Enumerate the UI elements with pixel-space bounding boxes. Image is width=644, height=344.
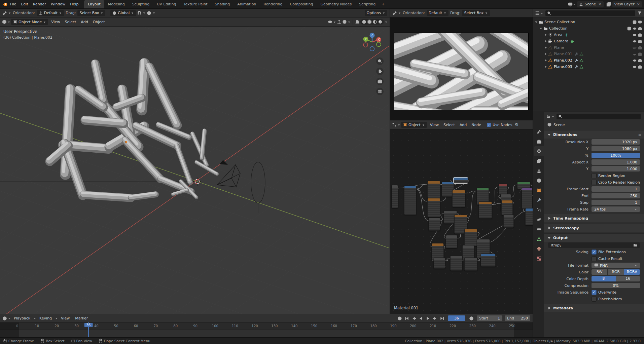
viewport-menu-select[interactable]: Select xyxy=(62,20,78,24)
section-dimensions[interactable]: Dimensions≡ xyxy=(544,130,644,139)
properties-search[interactable] xyxy=(557,114,641,119)
checkbox-render-region[interactable] xyxy=(592,173,597,178)
tab-sculpting[interactable]: Sculpting xyxy=(129,0,153,8)
expand-icon[interactable] xyxy=(539,27,543,30)
node-menu-select[interactable]: Select xyxy=(441,123,457,127)
node-canvas[interactable]: Material.001 xyxy=(390,129,533,314)
options-dropdown[interactable]: Options xyxy=(365,10,387,16)
shader-node[interactable] xyxy=(525,208,533,225)
eye-icon[interactable] xyxy=(633,65,637,69)
node-menu-add[interactable]: Add xyxy=(457,123,469,127)
editor-type-icon[interactable] xyxy=(392,122,397,127)
viewport-menu-add[interactable]: Add xyxy=(78,20,90,24)
tab-item[interactable]: + xyxy=(379,0,387,8)
outliner-row-plane-003[interactable]: Plane.003 xyxy=(533,64,644,70)
menu-marker[interactable]: Marker xyxy=(73,316,90,320)
eye-icon[interactable] xyxy=(633,33,637,37)
editor-type-caret-icon[interactable] xyxy=(551,115,554,118)
shader-node[interactable] xyxy=(404,186,416,215)
frame-start-field[interactable]: Start 1 xyxy=(477,315,502,321)
enum-option-rgba[interactable]: RGBA xyxy=(624,269,640,275)
menu-view[interactable]: View xyxy=(59,316,72,320)
outliner-row-plane-002[interactable]: Plane.002 xyxy=(533,57,644,64)
next-keyframe-button[interactable] xyxy=(432,315,438,321)
field-frame-start[interactable]: 1 xyxy=(592,186,640,192)
current-frame-field[interactable]: 36 xyxy=(448,315,465,321)
shading-rendered-icon[interactable] xyxy=(378,20,383,24)
field-resolution-x[interactable]: 1920 px xyxy=(592,139,640,145)
gizmos-icon[interactable] xyxy=(337,20,342,24)
section-metadata[interactable]: Metadata xyxy=(544,304,644,312)
screen-icon[interactable] xyxy=(638,20,642,24)
outliner-search[interactable] xyxy=(545,10,635,16)
shader-node[interactable] xyxy=(501,200,513,215)
tab-uv-editing[interactable]: UV Editing xyxy=(153,0,180,8)
editor-type-caret-icon[interactable] xyxy=(7,21,10,24)
topbar-menu-file[interactable]: File xyxy=(8,2,19,6)
active-tool-icon[interactable] xyxy=(392,11,397,15)
expand-icon[interactable] xyxy=(544,39,547,43)
shading-wireframe-icon[interactable] xyxy=(362,20,366,24)
topbar-menu-edit[interactable]: Edit xyxy=(19,2,30,6)
properties-tab-material[interactable] xyxy=(534,244,544,254)
field-aspect-x[interactable]: 1.000 xyxy=(592,159,640,165)
editor-type-icon[interactable] xyxy=(2,20,7,24)
menu-keying[interactable]: Keying xyxy=(37,316,54,320)
expand-icon[interactable] xyxy=(534,20,538,24)
proportional-edit-icon[interactable] xyxy=(147,11,151,15)
outliner-row-collection[interactable]: Collection xyxy=(533,25,644,32)
eye-off-icon[interactable] xyxy=(633,52,637,56)
outliner-row-scene-collection[interactable]: Scene Collection xyxy=(533,19,644,25)
navigation-gizmo[interactable]: Z Y X xyxy=(360,30,384,54)
ortho-grid-button[interactable] xyxy=(376,88,384,95)
properties-search-input[interactable] xyxy=(564,114,639,119)
field-y[interactable]: 1080 px xyxy=(592,146,640,151)
checkbox-file-extensions[interactable]: ✓ xyxy=(592,250,597,255)
node-menu-node[interactable]: Node xyxy=(469,123,484,127)
view-layer-unlink-icon[interactable]: × xyxy=(637,2,640,6)
shader-node[interactable] xyxy=(450,256,462,271)
shading-material-icon[interactable] xyxy=(372,20,377,24)
outliner-row-camera[interactable]: Camera xyxy=(533,38,644,44)
auto-keying-button[interactable] xyxy=(396,315,403,321)
shader-node[interactable] xyxy=(481,254,496,267)
transform-orientation-dropdown[interactable]: Global xyxy=(110,10,136,16)
checkbox-icon[interactable] xyxy=(627,27,631,31)
properties-tab-object[interactable] xyxy=(534,185,544,195)
camera-view-button[interactable] xyxy=(376,78,384,85)
panel-menu-icon[interactable]: ≡ xyxy=(638,132,641,137)
shader-node[interactable] xyxy=(429,218,440,231)
eye-icon[interactable] xyxy=(633,59,637,63)
outliner-row-area[interactable]: Area xyxy=(533,32,644,38)
jump-to-end-button[interactable] xyxy=(439,315,445,321)
section-output[interactable]: Output xyxy=(544,233,644,242)
object-visibility-icon[interactable] xyxy=(328,20,332,24)
enum-option-rgb[interactable]: RGB xyxy=(608,269,623,275)
shader-node[interactable] xyxy=(452,190,465,207)
properties-tab-scene[interactable] xyxy=(534,166,544,176)
outliner-search-input[interactable] xyxy=(552,11,634,16)
expand-icon[interactable] xyxy=(544,59,547,62)
mode-dropdown[interactable]: Object Mode xyxy=(11,19,48,25)
field-y[interactable]: 1.000 xyxy=(592,166,640,171)
view-layer-selector[interactable]: View Layer × xyxy=(612,1,642,7)
slider-compression[interactable]: 0% xyxy=(592,283,640,288)
properties-tab-physics[interactable] xyxy=(534,215,544,224)
timeline-track-area[interactable] xyxy=(0,330,533,337)
shader-node[interactable] xyxy=(434,258,445,269)
topbar-menu-window[interactable]: Window xyxy=(48,2,68,6)
properties-tab-texture[interactable] xyxy=(534,254,544,263)
properties-tab-modifiers[interactable] xyxy=(534,195,544,205)
overlays-caret-icon[interactable] xyxy=(348,21,351,24)
tab-scripting[interactable]: Scripting xyxy=(355,0,379,8)
camera-toggle-icon[interactable] xyxy=(638,59,642,63)
filter-icon[interactable] xyxy=(637,11,642,15)
outliner-row-plane[interactable]: Plane xyxy=(533,44,644,51)
topbar-menu-help[interactable]: Help xyxy=(68,2,81,6)
tab-shading[interactable]: Shading xyxy=(211,0,234,8)
prev-keyframe-button[interactable] xyxy=(410,315,417,321)
shader-node[interactable] xyxy=(464,229,477,246)
expand-icon[interactable] xyxy=(544,65,547,69)
tab-rendering[interactable]: Rendering xyxy=(260,0,286,8)
shader-node[interactable] xyxy=(503,215,514,228)
